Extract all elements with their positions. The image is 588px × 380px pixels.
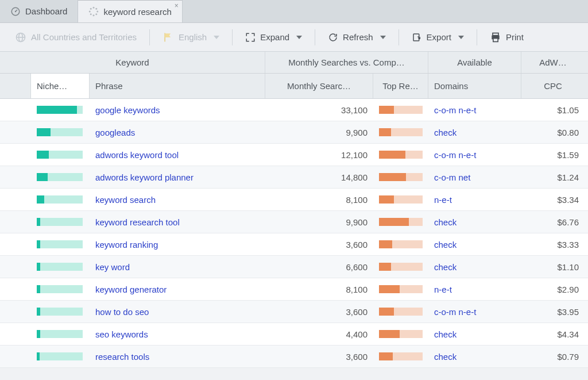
- cell-domains[interactable]: c-o-m n-e-t: [428, 144, 521, 166]
- export-label: Export: [427, 32, 451, 42]
- cell-top: [373, 323, 428, 345]
- cell-phrase[interactable]: adwords keyword tool: [90, 144, 265, 166]
- tab-keyword-research[interactable]: keyword research ×: [78, 0, 182, 22]
- table-row[interactable]: adwords keyword planner14,800c-o-m net$1…: [0, 166, 588, 189]
- col-monthly[interactable]: Monthly Searc…: [265, 74, 373, 98]
- cell-niche: [31, 233, 90, 255]
- col-phrase[interactable]: Phrase: [90, 74, 265, 98]
- cell-phrase[interactable]: how to do seo: [90, 301, 265, 323]
- monthly-text: 3,600: [346, 240, 368, 250]
- refresh-icon: [328, 32, 338, 43]
- cell-phrase[interactable]: keyword ranking: [90, 233, 265, 255]
- cell-top: [373, 256, 428, 278]
- cell-domains[interactable]: check: [428, 233, 521, 255]
- cell-top: [373, 301, 428, 323]
- cell-phrase[interactable]: key word: [90, 256, 265, 278]
- cell-phrase[interactable]: keyword research tool: [90, 211, 265, 233]
- cell-domains[interactable]: n-e-t: [428, 278, 521, 300]
- col-group-keyword[interactable]: Keyword: [0, 52, 265, 73]
- svg-point-9: [89, 11, 91, 13]
- cell-domains[interactable]: n-e-t: [428, 189, 521, 210]
- domains-text: check: [434, 217, 457, 227]
- cell-monthly: 4,400: [265, 323, 373, 345]
- cell-phrase[interactable]: google keywords: [90, 99, 265, 121]
- table-row[interactable]: googleads9,900check$0.80: [0, 121, 588, 144]
- col-group-available[interactable]: Available: [428, 52, 521, 73]
- svg-point-8: [90, 13, 92, 15]
- print-button[interactable]: Print: [483, 28, 531, 47]
- col-niche[interactable]: Niche…: [31, 74, 90, 98]
- globe-icon: [15, 32, 26, 43]
- language-dropdown[interactable]: English: [156, 28, 226, 47]
- cell-phrase[interactable]: keyword generator: [90, 278, 265, 300]
- table-row[interactable]: keyword generator8,100n-e-t$2.90: [0, 278, 588, 301]
- table-row[interactable]: adwords keyword tool12,100c-o-m n-e-t$1.…: [0, 144, 588, 166]
- cell-domains[interactable]: c-o-m n-e-t: [428, 99, 521, 121]
- header-group-row: Keyword Monthly Searches vs. Comp… Avail…: [0, 52, 588, 74]
- table-row[interactable]: keyword search8,100n-e-t$3.34: [0, 189, 588, 211]
- cell-indicator: [0, 233, 31, 255]
- niche-bar: [37, 106, 83, 114]
- table-row[interactable]: keyword ranking3,600check$3.33: [0, 233, 588, 256]
- refresh-button[interactable]: Refresh: [321, 29, 393, 46]
- export-button[interactable]: Export: [405, 29, 471, 46]
- table-row[interactable]: google keywords33,100c-o-m n-e-t$1.05: [0, 99, 588, 121]
- cell-niche: [31, 166, 90, 188]
- top-bar: [379, 128, 423, 136]
- table-row[interactable]: how to do seo3,600c-o-m n-e-t$3.95: [0, 301, 588, 323]
- cpc-text: $0.79: [557, 352, 579, 362]
- col-top[interactable]: Top Re…: [373, 74, 428, 98]
- col-group-searches[interactable]: Monthly Searches vs. Comp…: [265, 52, 428, 73]
- table-row[interactable]: key word6,600check$1.10: [0, 256, 588, 278]
- cell-phrase[interactable]: research tools: [90, 346, 265, 367]
- cell-niche: [31, 144, 90, 166]
- countries-dropdown[interactable]: All Countries and Territories: [8, 28, 144, 47]
- cell-phrase[interactable]: seo keywords: [90, 323, 265, 345]
- cell-domains[interactable]: check: [428, 346, 521, 367]
- cell-domains[interactable]: c-o-m n-e-t: [428, 301, 521, 323]
- tab-dashboard[interactable]: Dashboard: [0, 0, 78, 22]
- cell-indicator: [0, 211, 31, 233]
- svg-point-4: [96, 8, 98, 10]
- cell-indicator: [0, 346, 31, 367]
- expand-button[interactable]: Expand: [238, 29, 309, 46]
- phrase-text: googleads: [95, 128, 135, 137]
- cell-cpc: $1.24: [521, 166, 585, 188]
- table-row[interactable]: seo keywords4,400check$4.34: [0, 323, 588, 346]
- cell-domains[interactable]: check: [428, 121, 521, 143]
- cell-indicator: [0, 301, 31, 323]
- cell-phrase[interactable]: adwords keyword planner: [90, 166, 265, 188]
- col-group-label: Monthly Searches vs. Comp…: [288, 57, 405, 67]
- cell-indicator: [0, 256, 31, 278]
- cell-cpc: $1.05: [521, 99, 585, 121]
- close-icon[interactable]: ×: [175, 2, 179, 10]
- niche-bar: [37, 195, 83, 204]
- expand-label: Expand: [260, 32, 289, 42]
- cell-domains[interactable]: check: [428, 323, 521, 345]
- countries-label: All Countries and Territories: [31, 32, 137, 42]
- niche-bar: [37, 285, 83, 293]
- cell-top: [373, 278, 428, 300]
- svg-point-2: [15, 10, 16, 11]
- phrase-text: keyword generator: [95, 285, 167, 294]
- top-bar: [379, 218, 423, 226]
- cell-phrase[interactable]: googleads: [90, 121, 265, 143]
- niche-bar: [37, 308, 83, 316]
- svg-rect-15: [493, 33, 498, 35]
- cpc-text: $0.80: [557, 128, 579, 137]
- col-cpc[interactable]: CPC: [521, 74, 585, 98]
- cell-domains[interactable]: check: [428, 256, 521, 278]
- cell-phrase[interactable]: keyword search: [90, 189, 265, 210]
- niche-bar: [37, 330, 83, 338]
- cell-top: [373, 166, 428, 188]
- export-icon: [412, 32, 422, 43]
- col-domains[interactable]: Domains: [428, 74, 521, 98]
- col-group-adwords[interactable]: AdW…: [521, 52, 585, 73]
- cell-domains[interactable]: check: [428, 211, 521, 233]
- table-row[interactable]: keyword research tool9,900check$6.76: [0, 211, 588, 233]
- monthly-text: 6,600: [346, 262, 368, 272]
- table-row[interactable]: research tools3,600check$0.79: [0, 346, 588, 368]
- phrase-text: seo keywords: [95, 329, 148, 339]
- cell-domains[interactable]: c-o-m net: [428, 166, 521, 188]
- cell-cpc: $6.76: [521, 211, 585, 233]
